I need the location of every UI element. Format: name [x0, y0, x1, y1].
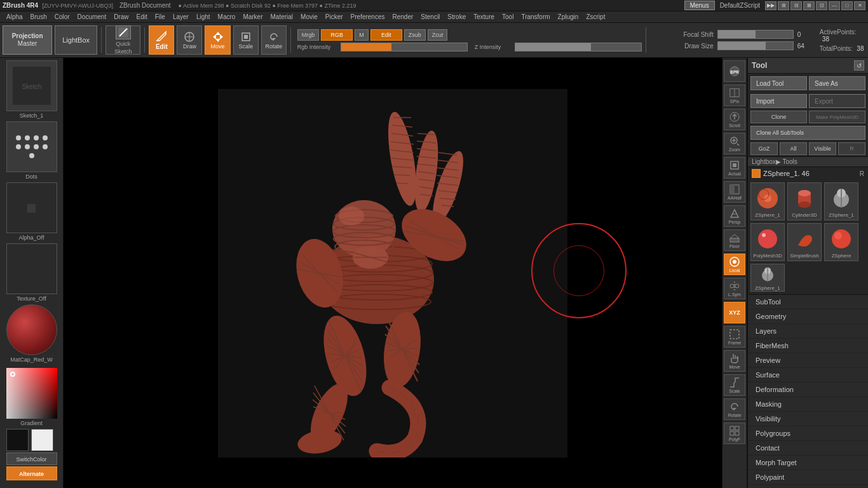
menu-render[interactable]: Render [389, 13, 417, 21]
viewport[interactable] [64, 58, 722, 488]
menu-zplugin[interactable]: Zplugin [554, 13, 583, 21]
tool-thumb-polymesh[interactable]: PolyMesh3D [750, 223, 785, 261]
tool-thumb-zsphere3[interactable]: ZSphere [824, 223, 858, 261]
alpha-thumb[interactable]: ■ Alpha_Off [6, 182, 57, 241]
aahalf-button[interactable]: AAHalf [724, 181, 745, 203]
tool-thumb-cylinder3d[interactable]: Cylinder3D [787, 182, 822, 220]
visible-button[interactable]: Visible [809, 142, 836, 155]
tool-list-deformation[interactable]: Deformation [748, 383, 868, 397]
menus-button[interactable]: Menus [684, 1, 715, 10]
tool-list-morph-target[interactable]: Morph Target [748, 456, 868, 470]
rgb-intensity-slider[interactable] [341, 43, 468, 51]
menu-preferences[interactable]: Preferences [347, 13, 389, 21]
sketch-thumb[interactable]: Sketch Sketch_1 [6, 60, 57, 119]
floor-button[interactable]: Floor [724, 229, 745, 251]
persp-button[interactable]: Persp [724, 205, 745, 227]
canvas-area[interactable] [64, 58, 722, 488]
menu-color[interactable]: Color [51, 13, 74, 21]
zcut-button[interactable]: Zcut [428, 29, 448, 41]
swatch-white[interactable] [31, 429, 53, 451]
menu-transform[interactable]: Transform [517, 13, 553, 21]
save-as-button[interactable]: Save As [809, 76, 865, 90]
menu-draw[interactable]: Draw [110, 13, 132, 21]
menu-macro[interactable]: Macro [214, 13, 240, 21]
edit2-button[interactable]: Edit [370, 29, 402, 41]
move-icon-button[interactable]: Move [724, 350, 745, 372]
menu-tool[interactable]: Tool [498, 13, 517, 21]
zsub-button[interactable]: Zsub [404, 29, 426, 41]
draw-size-slider[interactable] [717, 41, 794, 50]
projection-master-button[interactable]: Projection Master [3, 25, 52, 55]
rotate-button[interactable]: Rotate [261, 25, 287, 55]
dots-thumb[interactable]: Dots [6, 121, 57, 180]
draw-button[interactable]: Draw [177, 25, 202, 55]
menu-zscript[interactable]: Zscript [582, 13, 609, 21]
quick-sketch-button[interactable]: Quick Sketch [105, 25, 140, 55]
tool-thumb-zsphere2[interactable]: ZSphere_1 [824, 182, 858, 220]
top-icon-1[interactable]: ▶▶ [765, 1, 776, 10]
menu-light[interactable]: Light [193, 13, 214, 21]
tool-list-fibermesh[interactable]: FiberMesh [748, 339, 868, 353]
tool-list-display-properties[interactable]: Display Properties [748, 485, 868, 488]
menu-document[interactable]: Document [74, 13, 111, 21]
menu-material[interactable]: Material [267, 13, 297, 21]
tool-thumb-zsphere4[interactable]: ZSphere_1 [750, 264, 785, 292]
mrgb-button[interactable]: Mrgb [297, 29, 320, 41]
top-icon-maximize[interactable]: □ [841, 1, 853, 10]
top-icon-minimize[interactable]: — [829, 1, 840, 10]
clone-all-button[interactable]: Clone All SubTools [750, 126, 865, 140]
tool-list-polypaint[interactable]: Polypaint [748, 470, 868, 485]
tool-list-masking[interactable]: Masking [748, 397, 868, 412]
texture-thumb[interactable]: Texture_Off [6, 243, 57, 302]
scroll-button[interactable]: Scroll [724, 109, 745, 130]
focal-shift-slider[interactable] [717, 30, 794, 39]
export-button[interactable]: Export [809, 94, 865, 108]
scale-button[interactable]: Scale [233, 25, 259, 55]
import-button[interactable]: Import [750, 94, 807, 108]
local-button[interactable]: Local [724, 254, 745, 275]
tool-list-contact[interactable]: Contact [748, 441, 868, 456]
z-intensity-slider[interactable] [515, 43, 642, 51]
top-icon-4[interactable]: ⊠ [803, 1, 815, 10]
goz-button[interactable]: GoZ [750, 142, 778, 155]
menu-texture[interactable]: Texture [470, 13, 498, 21]
menu-picker[interactable]: Picker [322, 13, 347, 21]
switch-color-button[interactable]: SwitchColor [6, 452, 57, 465]
bpr-button[interactable]: BPR [724, 60, 745, 82]
lightbox-button[interactable]: LightBox [55, 25, 97, 55]
tool-list-visibility[interactable]: Visibility [748, 412, 868, 426]
top-icon-5[interactable]: ⊡ [816, 1, 827, 10]
tool-list-surface[interactable]: Surface [748, 368, 868, 383]
color-picker[interactable] [6, 368, 57, 419]
tool-thumb-zsphere1[interactable]: ZSphere_1 [750, 182, 785, 220]
menu-layer[interactable]: Layer [169, 13, 193, 21]
tool-thumb-simplebrush[interactable]: SimpleBrush [787, 223, 822, 261]
actual-button[interactable]: Actual [724, 157, 745, 179]
clone-button[interactable]: Clone [750, 111, 807, 123]
matcap-thumb[interactable]: MatCap_Red_W [6, 304, 57, 363]
menu-movie[interactable]: Movie [297, 13, 322, 21]
alternate-button[interactable]: Alternate [6, 466, 57, 480]
scale-icon-button[interactable]: Scale [724, 374, 745, 396]
menu-stencil[interactable]: Stencil [417, 13, 444, 21]
top-icon-3[interactable]: ⊟ [790, 1, 802, 10]
rgb-button[interactable]: RGB [321, 29, 353, 41]
swatch-black[interactable] [6, 429, 29, 451]
make-polymesh-button[interactable]: Make PolyMesh3D [809, 111, 865, 123]
menu-file[interactable]: File [151, 13, 169, 21]
tool-list-geometry[interactable]: Geometry [748, 309, 868, 324]
xyz-button[interactable]: XYZ [724, 302, 745, 323]
rotate-icon-button[interactable]: Rotate [724, 398, 745, 420]
frame-button[interactable]: Frame [724, 326, 745, 348]
top-icon-close[interactable]: ✕ [854, 1, 865, 10]
top-icon-2[interactable]: ⊞ [778, 1, 789, 10]
menu-edit[interactable]: Edit [133, 13, 151, 21]
tool-list-preview[interactable]: Preview [748, 353, 868, 368]
menu-stroke[interactable]: Stroke [444, 13, 470, 21]
tool-refresh-button[interactable]: ↺ [854, 60, 864, 71]
polyf-button[interactable]: PolyF [724, 423, 745, 444]
all-button[interactable]: All [780, 142, 807, 155]
move-button[interactable]: Move [205, 25, 230, 55]
m-button[interactable]: M [355, 29, 369, 41]
load-tool-button[interactable]: Load Tool [750, 76, 807, 90]
